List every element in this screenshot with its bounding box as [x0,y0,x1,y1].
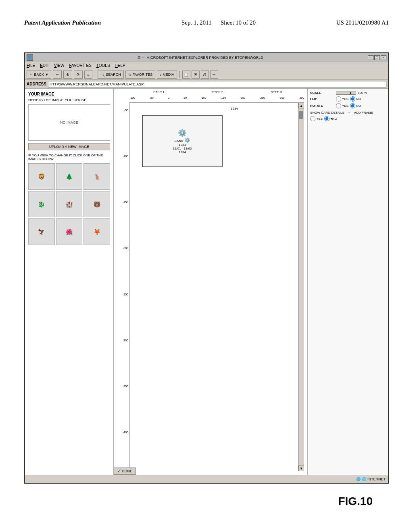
y-axis: -50 -100 -150 -200 -250 -300 -350 -400 -… [115,101,129,481]
browser-title: ⊟ --- MICROSOFT INTERNET EXPLORER PROVID… [34,56,367,60]
refresh-button[interactable]: ⟳ [74,71,83,79]
address-label: ADDRESS [27,82,46,86]
close-button[interactable]: × [381,55,386,60]
address-input[interactable] [48,81,386,87]
add-frame-label: ADD FRAME [354,111,373,114]
rotate-yes-label: YES [342,104,348,108]
minimize-button[interactable]: — [368,55,373,60]
thumbnail-9[interactable]: 🦊 [83,218,110,245]
flip-control: FLIP YES NO [310,96,386,102]
scroll-thumb[interactable] [299,111,303,119]
step1-label: STEP 1 [153,90,164,94]
bank-label: BANK ⚙️ [174,137,190,143]
your-image-label: YOUR IMAGE [28,92,110,96]
flip-no-label: NO [356,97,361,101]
show-yes-radio[interactable] [310,116,315,121]
media-button[interactable]: ♪ MEDIA [157,71,177,79]
x-axis: -100 -50 0 50 '100 '150 '200 '250 '300 '… [115,96,306,100]
back-button[interactable]: ← BACK ▼ [27,71,51,79]
show-card-label: SHOW CARD DETAILS [310,111,344,114]
card-canvas: ▲ ▼ ⚙️ BANK ⚙️ [129,102,304,480]
thumbnail-1[interactable]: 🦁 [28,163,55,190]
show-card-control: SHOW CARD DETAILS → ADD FRAME [310,111,386,114]
scale-slider[interactable] [336,91,356,95]
status-bar: 🌐 🌐 INTERNET [25,475,388,483]
toolbar-separator-2 [179,71,180,78]
menu-tools[interactable]: TOOLS [96,63,110,68]
page-header: Patent Application Publication Sep. 1, 2… [24,19,389,26]
thumbnail-2[interactable]: 🌲 [56,163,83,190]
menu-bar: FILE EDIT VIEW FAVORITES TOOLS HELP [25,62,388,69]
scale-marker [350,92,351,94]
flip-yes-label: YES [342,97,348,101]
thumbnail-7[interactable]: 🦅 [28,218,55,245]
scrollbar[interactable]: ▲ ▼ [298,103,304,471]
show-no-option: ●NO [324,116,337,121]
home-button[interactable]: ⌂ [84,71,92,79]
rotate-control: ROTATE YES NO [310,103,386,108]
print-icon[interactable]: 🖨 [201,71,209,79]
rotate-yes-radio[interactable] [336,103,341,108]
done-area: ✓ DONE [114,468,136,475]
thumbnail-4[interactable]: 🐉 [28,191,55,218]
thumbnail-5[interactable]: 🏰 [56,191,83,218]
flip-radio-group: YES NO [336,96,361,102]
upload-button[interactable]: UPLOAD A NEW IMAGE [28,143,110,150]
flip-yes-radio[interactable] [336,96,341,102]
favorites-button[interactable]: ☆ FAVORITES [125,71,155,79]
rotate-radio-group: YES NO [336,103,361,108]
canvas-area: -50 -100 -150 -200 -250 -300 -350 -400 -… [115,101,306,481]
arrow-icon: → [348,111,351,114]
menu-edit[interactable]: EDIT [40,63,49,68]
thumbnail-grid: 🦁 🌲 🦌 🐉 🏰 🐻 🦅 🌺 🦊 [28,163,110,245]
globe-icon: 🌐 [356,477,361,481]
if-wish-text: IF YOU WISH TO CHANGE IT CLICK ONE OF TH… [28,154,110,161]
show-yes-label: YES [316,117,323,121]
flip-yes-option: YES [336,96,348,102]
stop-button[interactable]: ⊗ [63,71,72,79]
restore-button[interactable]: □ [374,55,380,60]
menu-favorites[interactable]: FAVORITES [69,63,91,68]
zone-label: 🌐 INTERNET [362,477,386,481]
rotate-label: ROTATE [310,104,334,108]
thumbnail-3[interactable]: 🦌 [83,163,110,190]
show-card-options: YES ●NO [310,116,386,121]
rotate-no-radio[interactable] [350,103,355,108]
bank-icon: ⚙️ [178,129,187,137]
show-yes-option: YES [310,116,323,121]
browser-icon: 🌐 [27,54,33,61]
right-panel: STEP 1 STEP 2 STEP 3 -100 -50 0 50 '100 … [114,89,388,483]
thumbnail-8[interactable]: 🌺 [56,218,83,245]
show-no-label: ●NO [330,117,337,121]
page-container: Patent Application Publication Sep. 1, 2… [0,0,413,532]
content-area: YOUR IMAGE HERE IS THE IMAGE YOU CHOSE: … [25,89,388,483]
mail-icon[interactable]: ✉ [192,71,200,79]
scroll-up-arrow[interactable]: ▲ [298,103,304,108]
patent-number: US 2011/0210980 A1 [336,19,389,26]
internet-zone: 🌐 🌐 INTERNET [356,477,386,481]
done-icon: ✓ [117,469,121,473]
forward-button[interactable]: ⇒ [53,71,62,79]
publication-label: Patent Application Publication [24,19,101,26]
address-bar: ADDRESS [25,80,388,89]
done-button[interactable]: ✓ DONE [114,468,136,475]
scale-bar: 100 % [336,91,367,95]
search-button[interactable]: 🔍 SEARCH [98,71,124,79]
edit-icon[interactable]: ✏ [210,71,218,79]
thumbnail-6[interactable]: 🐻 [83,191,110,218]
menu-file[interactable]: FILE [27,63,35,68]
done-label: DONE [122,469,132,473]
scroll-down-arrow[interactable]: ▼ [298,466,304,471]
scale-label: SCALE [310,91,334,95]
browser-titlebar: 🌐 ⊟ --- MICROSOFT INTERNET EXPLORER PROV… [25,53,388,62]
step3-label: STEP 3 [271,90,282,94]
card-number-1: 1234 [179,143,186,147]
rotate-yes-option: YES [336,103,348,108]
menu-view[interactable]: VIEW [54,63,65,68]
history-icon[interactable]: 📋 [182,71,190,79]
flip-no-radio[interactable] [350,96,355,102]
titlebar-buttons: — □ × [368,55,386,60]
show-no-radio[interactable] [324,116,330,121]
flip-no-option: NO [350,96,361,102]
menu-help[interactable]: HELP [115,63,125,68]
